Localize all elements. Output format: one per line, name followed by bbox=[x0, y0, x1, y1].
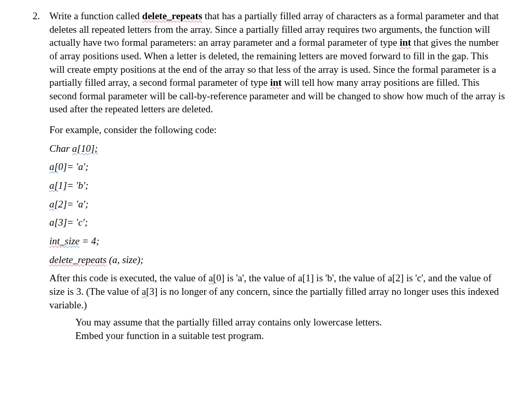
code-call: delete_repeats (a, size); bbox=[49, 253, 506, 267]
example-intro: For example, consider the following code… bbox=[49, 123, 506, 137]
code-a: a[ bbox=[49, 180, 58, 191]
code-a: a[ bbox=[49, 199, 58, 210]
main-paragraph: Write a function called delete_repeats t… bbox=[49, 9, 506, 116]
code-size: int_size = 4; bbox=[49, 234, 506, 248]
code-char: Char bbox=[49, 143, 72, 154]
code-ref: a[ bbox=[142, 286, 150, 297]
code-assign-3: a[3]= 'c'; bbox=[49, 216, 506, 229]
code-rest: (a, size); bbox=[107, 254, 143, 265]
function-name: delete_repeats bbox=[142, 10, 203, 21]
after-paragraph: After this code is executed, the value o… bbox=[49, 271, 506, 311]
question-body: Write a function called delete_repeats t… bbox=[49, 9, 506, 342]
question-container: 2. Write a function called delete_repeat… bbox=[26, 9, 506, 342]
text-part: After this code is executed, the value o… bbox=[49, 272, 209, 283]
type-int: int bbox=[270, 77, 282, 88]
code-rest: = 4; bbox=[79, 236, 99, 246]
code-ref: a[ bbox=[209, 272, 217, 283]
code-a: a[ bbox=[49, 161, 58, 172]
code-func-call: delete_repeats bbox=[49, 254, 107, 265]
code-assign-0: a[0]= 'a'; bbox=[49, 160, 506, 174]
code-a10: a[10]; bbox=[72, 143, 98, 154]
code-rest: 0]= 'a'; bbox=[58, 161, 88, 172]
code-rest: 2]= 'a'; bbox=[58, 199, 88, 210]
code-size-var: _size bbox=[60, 236, 79, 246]
text-part: Write a function called bbox=[49, 10, 142, 21]
code-assign-1: a[1]= 'b'; bbox=[49, 179, 506, 192]
note-block: You may assume that the partially filled… bbox=[75, 316, 506, 342]
type-int: int bbox=[400, 37, 411, 48]
code-int: int bbox=[49, 236, 60, 246]
note-line-1: You may assume that the partially filled… bbox=[75, 316, 506, 329]
question-number: 2. bbox=[26, 9, 49, 23]
code-rest: 1]= 'b'; bbox=[58, 180, 88, 191]
note-line-2: Embed your function in a suitable test p… bbox=[75, 329, 506, 343]
code-declaration: Char a[10]; bbox=[49, 142, 506, 155]
code-assign-2: a[2]= 'a'; bbox=[49, 198, 506, 211]
